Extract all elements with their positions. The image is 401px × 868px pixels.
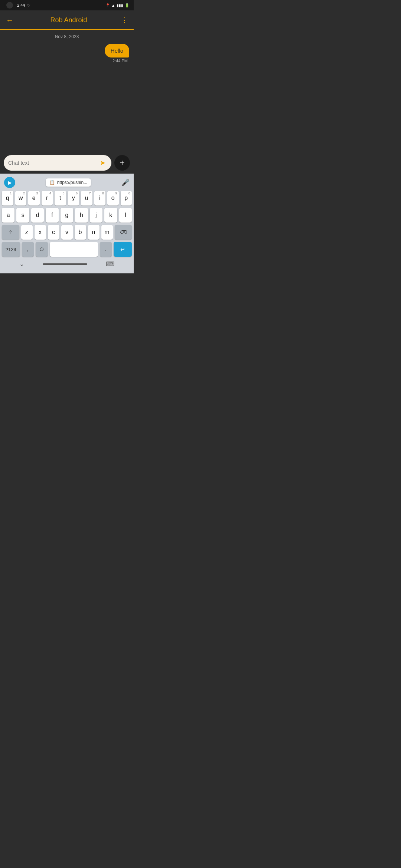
status-left: 2:44 ♡ (4, 0, 30, 10)
chat-area: Nov 8, 2023 Hello 2:44 PM (0, 30, 134, 152)
key-h[interactable]: h (75, 208, 88, 223)
keyboard-toolbar: ▶ 📋 https://pushin... 🎤 (1, 176, 133, 189)
space-key[interactable] (50, 242, 98, 257)
comma-key[interactable]: , (22, 242, 34, 257)
key-o[interactable]: o9 (107, 191, 119, 206)
period-key[interactable]: . (100, 242, 112, 257)
suggestion-text: https://pushin... (57, 180, 87, 185)
key-r[interactable]: r4 (42, 191, 53, 206)
chat-input[interactable] (8, 160, 98, 166)
battery-icon: 🔋 (125, 3, 129, 7)
key-t[interactable]: t5 (55, 191, 66, 206)
status-bar: 2:44 ♡ 📍 ▲ ▮▮▮ 🔋 (0, 0, 134, 10)
key-x[interactable]: x (35, 225, 46, 240)
keyboard: ▶ 📋 https://pushin... 🎤 q1 w2 e3 r4 t5 y… (0, 174, 134, 273)
keyboard-mic-button[interactable]: 🎤 (121, 178, 130, 187)
keyboard-bottom: ⌄ ⌨ (1, 259, 133, 273)
key-y[interactable]: y6 (68, 191, 79, 206)
camera-icon (6, 2, 13, 9)
key-m[interactable]: m (101, 225, 113, 240)
key-e[interactable]: e3 (28, 191, 40, 206)
backspace-key[interactable]: ⌫ (115, 225, 132, 240)
key-l[interactable]: l (119, 208, 132, 223)
input-area: ➤ + (0, 152, 134, 174)
hide-keyboard-icon[interactable]: ⌄ (19, 260, 24, 267)
key-j[interactable]: j (90, 208, 102, 223)
enter-key[interactable]: ↵ (114, 242, 132, 257)
message-timestamp: 2:44 PM (113, 59, 128, 63)
shift-key[interactable]: ⇧ (2, 225, 19, 240)
keyboard-row-1: q1 w2 e3 r4 t5 y6 u7 i8 o9 p0 (2, 191, 132, 206)
key-p[interactable]: p0 (121, 191, 132, 206)
key-k[interactable]: k (104, 208, 117, 223)
keyboard-arrow-button[interactable]: ▶ (4, 177, 15, 188)
key-i[interactable]: i8 (94, 191, 106, 206)
key-g[interactable]: g (61, 208, 73, 223)
emoji-key[interactable]: ☺ (36, 242, 48, 257)
key-w[interactable]: w2 (15, 191, 27, 206)
add-button[interactable]: + (114, 155, 130, 171)
message-bubble-sent: Hello (105, 44, 129, 57)
keyboard-row-2: a s d f g h j k l (2, 208, 132, 223)
key-s[interactable]: s (16, 208, 29, 223)
symbols-key[interactable]: ?123 (2, 242, 20, 257)
status-right: 📍 ▲ ▮▮▮ 🔋 (105, 3, 129, 7)
app-bar: ← Rob Android ⋮ (0, 10, 134, 30)
notch (4, 0, 15, 10)
suggestion-icon: 📋 (49, 180, 55, 185)
signal-icon: ▮▮▮ (117, 3, 123, 7)
heartrate-icon: ♡ (27, 3, 30, 7)
message-wrapper: Hello 2:44 PM (4, 44, 129, 63)
message-text: Hello (111, 47, 123, 54)
key-u[interactable]: u7 (81, 191, 92, 206)
key-v[interactable]: v (61, 225, 73, 240)
home-indicator (43, 263, 87, 265)
page-title: Rob Android (18, 16, 120, 24)
key-c[interactable]: c (48, 225, 59, 240)
send-button[interactable]: ➤ (98, 158, 107, 168)
key-d[interactable]: d (31, 208, 44, 223)
key-q[interactable]: q1 (2, 191, 13, 206)
keyboard-suggestion[interactable]: 📋 https://pushin... (46, 178, 91, 187)
key-z[interactable]: z (21, 225, 33, 240)
key-n[interactable]: n (88, 225, 100, 240)
keyboard-rows: q1 w2 e3 r4 t5 y6 u7 i8 o9 p0 a s d f g … (1, 191, 133, 259)
date-label: Nov 8, 2023 (4, 34, 129, 39)
key-a[interactable]: a (2, 208, 14, 223)
location-icon: 📍 (105, 3, 110, 7)
key-b[interactable]: b (75, 225, 86, 240)
wifi-icon: ▲ (111, 3, 115, 7)
keyboard-row-3: ⇧ z x c v b n m ⌫ (2, 225, 132, 240)
keyboard-row-4: ?123 , ☺ . ↵ (2, 242, 132, 257)
more-options-button[interactable]: ⋮ (120, 14, 129, 26)
status-time: 2:44 (17, 3, 25, 7)
chat-input-wrapper: ➤ (4, 155, 111, 171)
keyboard-type-icon[interactable]: ⌨ (106, 260, 114, 267)
back-button[interactable]: ← (4, 14, 15, 26)
key-f[interactable]: f (46, 208, 58, 223)
